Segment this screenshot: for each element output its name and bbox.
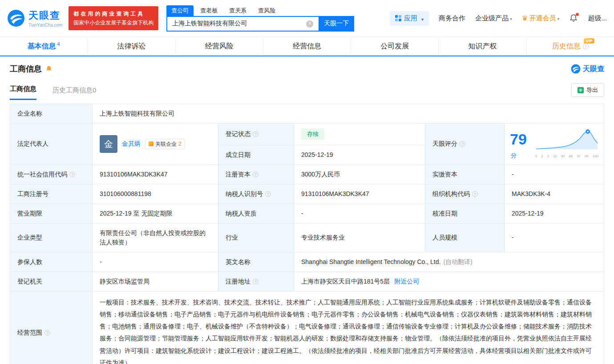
section-title: 工商信息 bbox=[10, 64, 42, 74]
field-label-paid-capital: 实缴资本 bbox=[425, 164, 505, 184]
field-value-org-code: MAK3DK3K-4 bbox=[505, 184, 604, 204]
auto-translate-note: (自动翻译) bbox=[443, 258, 472, 265]
clear-icon[interactable]: × bbox=[306, 20, 313, 28]
tab-badge: 4 bbox=[57, 41, 60, 47]
export-button[interactable]: 导出 bbox=[571, 83, 604, 97]
table-row: 工商注册号 310106000881198 纳税人识别号 91310106MAK… bbox=[10, 184, 604, 204]
enterprise-products-link[interactable]: 企业级产品 bbox=[475, 14, 512, 23]
related-company-icon bbox=[149, 141, 154, 146]
legal-rep-name-link[interactable]: 金其炳 bbox=[122, 139, 141, 148]
notification-dot bbox=[576, 13, 579, 16]
legal-rep-avatar[interactable]: 金 bbox=[100, 135, 117, 153]
field-label-credit-code: 统一社会信用代码 bbox=[10, 164, 93, 184]
enterprise-products-label: 企业级产品 bbox=[475, 14, 509, 22]
table-row: 经营范围 一般项目：技术服务、技术开发、技术咨询、技术交流、技术转让、技术推广；… bbox=[10, 291, 604, 364]
field-label-taxpayer-id: 纳税人识别号 bbox=[218, 184, 294, 204]
tab-operation-risk[interactable]: 经营风险 bbox=[176, 37, 263, 56]
tab-label: 公司发展 bbox=[380, 42, 409, 51]
apps-menu[interactable]: 应用 bbox=[390, 11, 429, 26]
promo-line2: 国家中小企业发展子基金旗下机构 bbox=[73, 18, 154, 27]
crown-icon: ♛ bbox=[522, 14, 528, 22]
search-button[interactable]: 天眼一下 bbox=[319, 16, 354, 32]
tab-history-info[interactable]: 历史信息 VIP bbox=[527, 37, 614, 56]
chevron-down-icon bbox=[420, 15, 424, 22]
subtab-history-business-info[interactable]: 历史工商信息0 bbox=[53, 86, 96, 100]
apps-grid-icon bbox=[395, 15, 401, 21]
field-value-business-scope: 一般项目：技术服务、技术开发、技术咨询、技术交流、技术转让、技术推广；人工智能通… bbox=[93, 291, 604, 364]
field-value-company-name: 上海上铁智能科技有限公司 bbox=[93, 104, 604, 124]
field-value-establish-date: 2025-12-19 bbox=[294, 145, 425, 164]
search-input[interactable] bbox=[166, 16, 319, 32]
tab-label: 经营信息 bbox=[293, 42, 321, 51]
tianyancha-logo-icon bbox=[7, 9, 25, 27]
score-axis: 0131550859799100 bbox=[535, 154, 598, 159]
field-value-business-term: 2025-12-19 至 无固定期限 bbox=[93, 204, 218, 223]
help-icon[interactable] bbox=[265, 191, 271, 197]
subscribe-bell-icon[interactable] bbox=[45, 65, 53, 72]
tab-operation-info[interactable]: 经营信息 bbox=[263, 37, 351, 56]
field-label-org-code: 组织机构代码 bbox=[425, 184, 505, 204]
field-value-insured-count: - bbox=[93, 252, 218, 272]
nearby-companies-link[interactable]: 附近公司 bbox=[394, 278, 419, 285]
field-label-text: 注册地址 bbox=[226, 278, 250, 285]
tab-legal-litigation[interactable]: 法律诉讼 bbox=[88, 37, 175, 56]
help-icon[interactable] bbox=[472, 191, 478, 197]
tianyancha-logo[interactable]: 天眼查 TianYanCha.com bbox=[7, 9, 62, 28]
field-label-business-term: 营业期限 bbox=[10, 204, 93, 223]
help-icon[interactable] bbox=[69, 172, 75, 177]
help-icon[interactable] bbox=[44, 330, 50, 336]
search-tabs: 查公司 查老板 查关系 查风险 bbox=[166, 5, 354, 16]
field-label-reg-capital: 注册资本 bbox=[218, 164, 294, 184]
field-value-english-name: Shanghai Shangtie Intelligent Technology… bbox=[294, 252, 604, 272]
main-content: 工商信息 天眼查 工商信息 历史工商信息0 导出 bbox=[0, 64, 614, 364]
field-label-text: 注册资本 bbox=[226, 171, 250, 178]
field-label-company-name: 企业名称 bbox=[10, 104, 93, 124]
search-tab-company[interactable]: 查公司 bbox=[166, 5, 194, 16]
excel-icon bbox=[578, 87, 584, 93]
table-row: 法定代表人 金 金其炳 关联企业 2 登记状态 存续 天眼评分 bbox=[10, 124, 604, 145]
tab-company-development[interactable]: 公司发展 bbox=[351, 37, 439, 56]
field-value-company-type: 有限责任公司（非自然人投资或控股的法人独资） bbox=[93, 223, 218, 252]
search-tab-risk[interactable]: 查风险 bbox=[253, 5, 280, 16]
logo-text: 天眼查 TianYanCha.com bbox=[28, 9, 62, 28]
table-row: 企业名称 上海上铁智能科技有限公司 bbox=[10, 104, 604, 124]
related-label: 关联企业 bbox=[155, 140, 177, 148]
help-icon[interactable] bbox=[583, 44, 589, 49]
field-label-staff-size: 人员规模 bbox=[425, 223, 505, 252]
open-vip-link[interactable]: ♛开通会员 bbox=[522, 14, 559, 23]
field-value-reg-address: 上海市静安区天目中路181号5层附近公司 bbox=[294, 272, 604, 291]
business-cooperation-link[interactable]: 商务合作 bbox=[439, 14, 465, 23]
field-value-credit-code: 91310106MAK3DK3K47 bbox=[93, 164, 218, 184]
english-name-text: Shanghai Shangtie Intelligent Technology… bbox=[301, 258, 440, 265]
super-vip-link[interactable]: 超级... bbox=[588, 14, 607, 23]
field-label-text: 纳税人识别号 bbox=[226, 190, 263, 197]
field-label-text: 组织机构代码 bbox=[432, 190, 470, 197]
field-label-legal-rep: 法定代表人 bbox=[10, 124, 93, 165]
field-label-text: 经营范围 bbox=[17, 329, 42, 336]
help-icon[interactable] bbox=[253, 279, 259, 284]
tab-intellectual-property[interactable]: 知识产权 bbox=[439, 37, 526, 56]
table-row: 企业类型 有限责任公司（非自然人投资或控股的法人独资） 行业 专业技术服务业 人… bbox=[10, 223, 604, 252]
section-header: 工商信息 天眼查 bbox=[10, 64, 604, 74]
table-row: 登记机关 静安区市场监管局 注册地址 上海市静安区天目中路181号5层附近公司 bbox=[10, 272, 604, 291]
help-icon[interactable] bbox=[253, 131, 259, 137]
promo-badge: 都在用的商业查询工具 国家中小企业发展子基金旗下机构 bbox=[69, 6, 158, 31]
field-value-approval-date: 2025-12-19 bbox=[505, 204, 604, 223]
field-label-approval-date: 核准日期 bbox=[425, 204, 505, 223]
apps-label: 应用 bbox=[404, 14, 417, 23]
subtab-business-info[interactable]: 工商信息 bbox=[10, 85, 36, 100]
field-label-reg-authority: 登记机关 bbox=[10, 272, 93, 291]
tab-basic-info[interactable]: 基本信息4 bbox=[0, 37, 88, 56]
field-value-score: 79分 0131550859799100 bbox=[505, 124, 604, 165]
promo-line1: 都在用的商业查询工具 bbox=[73, 9, 154, 18]
field-value-reg-number: 310106000881198 bbox=[93, 184, 218, 204]
watermark-label: 天眼查 bbox=[583, 64, 604, 74]
help-icon[interactable] bbox=[253, 172, 259, 177]
open-vip-label: 开通会员 bbox=[529, 14, 556, 22]
search-tab-boss[interactable]: 查老板 bbox=[195, 5, 222, 16]
help-icon[interactable] bbox=[460, 141, 465, 147]
search-tab-relation[interactable]: 查关系 bbox=[224, 5, 251, 16]
notification-bell-icon[interactable] bbox=[569, 14, 578, 23]
field-value-paid-capital: - bbox=[505, 164, 604, 184]
related-companies-tag[interactable]: 关联企业 2 bbox=[145, 139, 185, 149]
